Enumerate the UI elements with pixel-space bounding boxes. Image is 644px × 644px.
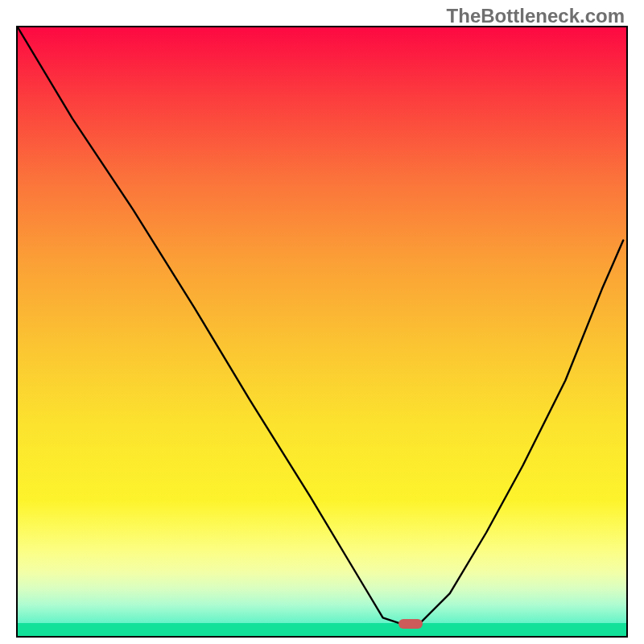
watermark: TheBottleneck.com [447, 5, 625, 27]
bottleneck-curve [18, 27, 626, 636]
chart-frame [16, 26, 628, 638]
optimum-marker [398, 619, 423, 629]
